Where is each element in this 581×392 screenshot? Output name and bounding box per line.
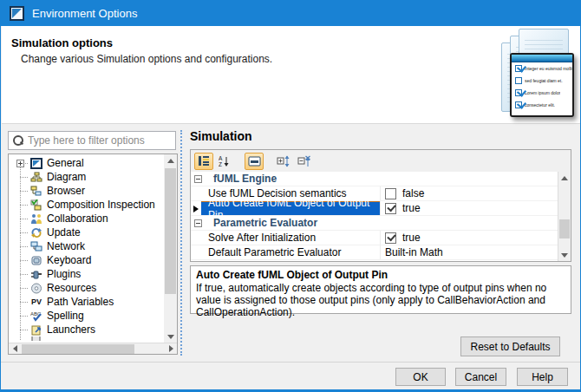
collaboration-icon	[29, 212, 43, 225]
checkbox-icon	[515, 101, 522, 108]
show-description-icon	[248, 156, 261, 167]
app-logo-icon	[10, 6, 24, 21]
options-tree[interactable]: General Diagram Browser Composition Insp…	[8, 154, 178, 355]
header-band: Simulation options Change various Simula…	[2, 26, 581, 124]
checkbox-icon	[515, 65, 522, 72]
keyboard-icon	[29, 254, 43, 266]
collapse-all-button[interactable]	[295, 153, 314, 170]
network-icon	[29, 240, 43, 252]
categorized-view-button[interactable]	[194, 153, 213, 170]
value-text: false	[402, 187, 424, 199]
title-bar[interactable]: Environment Options	[1, 0, 581, 26]
tree-item-launchers[interactable]: Launchers	[9, 323, 165, 336]
expand-all-button[interactable]	[274, 153, 293, 170]
ok-button[interactable]: OK	[395, 368, 446, 386]
tree-item-network[interactable]: Network	[9, 239, 165, 253]
description-text: If true, automatically create objects ac…	[196, 282, 565, 318]
value-text: Built-in Math	[385, 246, 443, 258]
section-title: Simulation	[190, 129, 252, 143]
checkbox-icon	[515, 89, 522, 96]
reset-to-defaults-button[interactable]: Reset to Defaults	[460, 336, 560, 356]
properties-panel: AZ fUML Engine Use fUML Decision semanti…	[190, 149, 571, 262]
property-row[interactable]: Default Parametric Evaluator Built-in Ma…	[191, 245, 558, 260]
properties-table: fUML Engine Use fUML Decision semantics …	[191, 172, 558, 261]
footer-separator	[1, 362, 581, 363]
scroll-up-button[interactable]	[164, 154, 177, 167]
description-box: Auto Create fUML Object of Output Pin If…	[190, 265, 571, 314]
checkbox-icon	[515, 77, 522, 84]
expand-plus-icon[interactable]	[16, 160, 24, 167]
tree-item-plugins[interactable]: Plugins	[9, 267, 165, 281]
scrollbar-thumb[interactable]	[165, 168, 176, 294]
sort-alphabetically-icon: AZ	[219, 155, 231, 167]
resources-icon	[29, 282, 43, 294]
property-row[interactable]: Solve After Initialization true	[191, 231, 558, 245]
tree-item-composition-inspection[interactable]: Composition Inspection	[9, 198, 165, 212]
show-description-button[interactable]	[245, 153, 264, 170]
plugins-icon	[29, 268, 43, 280]
diagram-icon	[29, 171, 43, 183]
tree-item-path-variables[interactable]: PV Path Variables	[9, 295, 165, 309]
cancel-button[interactable]: Cancel	[455, 368, 506, 386]
group-row-fuml-engine[interactable]: fUML Engine	[191, 172, 558, 186]
row-marker-icon	[193, 206, 199, 212]
table-vertical-scrollbar[interactable]	[558, 172, 571, 261]
sort-alphabetically-button[interactable]: AZ	[215, 153, 234, 170]
checklist-item: sed feugiat diam et.	[512, 75, 572, 87]
tree-item-diagram[interactable]: Diagram	[9, 170, 165, 184]
description-title: Auto Create fUML Object of Output Pin	[196, 269, 565, 281]
window-title: Environment Options	[32, 7, 137, 20]
scrollbar-thumb[interactable]	[559, 219, 570, 238]
tree-item-general[interactable]: General	[9, 156, 165, 170]
expand-all-icon	[277, 155, 290, 167]
filter-input[interactable]	[28, 134, 175, 147]
categorized-view-icon	[198, 155, 210, 167]
svg-text:Z: Z	[219, 161, 222, 167]
page-subtitle: Change various Simulation options and co…	[21, 53, 272, 65]
tree-item-collaboration[interactable]: Collaboration	[9, 212, 165, 225]
tree-item-partial[interactable]	[9, 336, 165, 341]
collapse-all-icon	[297, 155, 311, 167]
filter-field[interactable]	[8, 131, 176, 150]
tree-item-resources[interactable]: Resources	[9, 281, 165, 295]
property-row-selected[interactable]: Auto Create fUML Object of Output Pin tr…	[191, 201, 558, 216]
value-text: true	[402, 202, 421, 214]
collapse-minus-icon[interactable]	[194, 219, 202, 227]
svg-text:A: A	[219, 155, 223, 161]
browser-icon	[29, 185, 43, 197]
tree-item-keyboard[interactable]: Keyboard	[9, 253, 165, 267]
value-text: true	[402, 232, 421, 244]
spelling-icon: ABC	[29, 310, 43, 322]
launchers-icon	[29, 323, 43, 336]
panel-splitter[interactable]	[180, 130, 182, 356]
scroll-left-button[interactable]	[9, 343, 21, 354]
composition-inspection-icon	[29, 199, 43, 211]
properties-toolbar: AZ	[191, 150, 571, 172]
help-button[interactable]: Help	[517, 368, 568, 386]
tree-vertical-scrollbar[interactable]	[164, 154, 177, 343]
checklist-item: Lorem ipsum dolor	[512, 87, 572, 99]
scroll-down-button[interactable]	[558, 249, 571, 261]
checklist-item: consectetur elit.	[512, 99, 572, 111]
value-checkbox[interactable]	[385, 203, 396, 214]
page-title: Simulation options	[11, 36, 113, 49]
scroll-right-button[interactable]	[165, 343, 177, 354]
value-checkbox[interactable]	[385, 188, 396, 199]
group-row-parametric-evaluator[interactable]: Parametric Evaluator	[191, 216, 558, 231]
magicdraw-icon	[29, 157, 43, 169]
tree-item-update[interactable]: Update	[9, 225, 165, 239]
tree-horizontal-scrollbar[interactable]	[9, 343, 177, 354]
scroll-up-button[interactable]	[558, 172, 571, 184]
value-checkbox[interactable]	[385, 232, 396, 244]
checklist-item: Integer eu euismod mollis	[512, 62, 572, 75]
checklist-panel: Integer eu euismod mollis sed feugiat di…	[510, 53, 574, 117]
collapse-minus-icon[interactable]	[194, 175, 202, 183]
checklist-header	[512, 55, 572, 62]
tree-item-browser[interactable]: Browser	[9, 184, 165, 198]
scrollbar-thumb[interactable]	[22, 344, 134, 354]
tree-item-spelling[interactable]: ABC Spelling	[9, 309, 165, 323]
search-icon	[13, 135, 23, 146]
path-variables-icon: PV	[29, 296, 43, 308]
scroll-down-button[interactable]	[164, 330, 177, 343]
options-illustration: Integer eu euismod mollis sed feugiat di…	[484, 29, 578, 121]
